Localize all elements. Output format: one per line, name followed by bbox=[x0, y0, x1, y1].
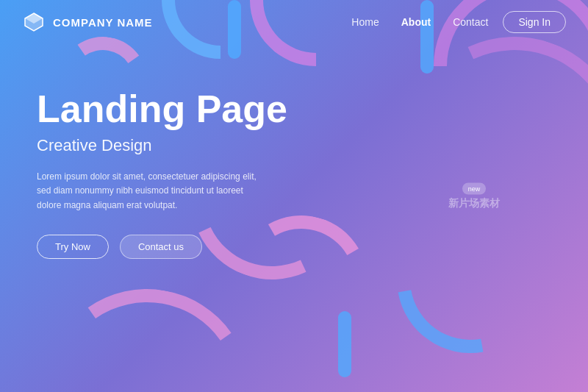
watermark-site: 新片场素材 bbox=[448, 196, 500, 210]
watermark: new 新片场素材 bbox=[448, 182, 500, 210]
company-name: COMPANY NAME bbox=[53, 16, 153, 29]
deco-bar-bottom bbox=[338, 311, 351, 377]
hero-subtitle: Creative Design bbox=[37, 136, 287, 155]
logo-area: COMPANY NAME bbox=[22, 10, 153, 34]
logo-icon bbox=[22, 10, 46, 34]
btn-group: Try Now Contact us bbox=[37, 235, 287, 259]
try-now-button[interactable]: Try Now bbox=[37, 235, 109, 259]
hero-title: Landing Page bbox=[37, 88, 287, 130]
nav-link-contact[interactable]: Contact bbox=[453, 16, 488, 28]
watermark-badge: new bbox=[462, 182, 487, 194]
page-wrapper: COMPANY NAME Home About Contact Sign In … bbox=[0, 0, 588, 392]
navbar: COMPANY NAME Home About Contact Sign In bbox=[0, 0, 588, 44]
hero-description: Lorem ipsum dolor sit amet, consectetuer… bbox=[37, 170, 265, 213]
deco-arc-8 bbox=[28, 273, 266, 392]
nav-links: Home About Contact bbox=[351, 16, 488, 28]
nav-link-home[interactable]: Home bbox=[351, 16, 379, 28]
contact-us-button[interactable]: Contact us bbox=[120, 235, 202, 259]
nav-link-about[interactable]: About bbox=[401, 16, 431, 28]
hero-content: Landing Page Creative Design Lorem ipsum… bbox=[37, 88, 287, 259]
signin-button[interactable]: Sign In bbox=[503, 11, 566, 33]
